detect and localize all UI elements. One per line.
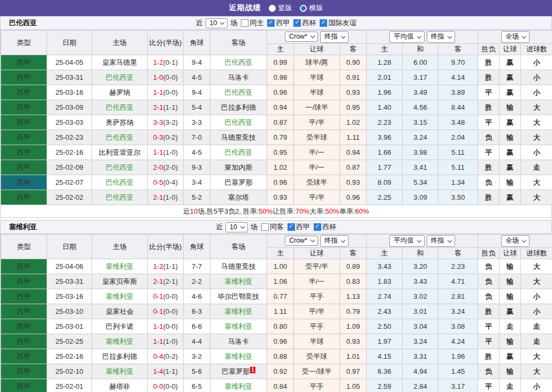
- sub-column-header: 胜负: [478, 248, 500, 259]
- team-link[interactable]: 巴伦西亚: [106, 73, 134, 81]
- match-row: 西甲25-02-25塞维利亚1-1(1-0)4-4马洛卡0.96半球0.931.…: [1, 334, 552, 349]
- team-link[interactable]: 马德里竞技: [221, 133, 256, 141]
- team-link[interactable]: 巴塞罗那: [222, 367, 249, 375]
- league-filter-checkbox[interactable]: 西甲: [288, 222, 310, 232]
- vertical-layout-label: 竖版: [278, 3, 292, 13]
- league-filter-checkbox[interactable]: 西杯: [293, 18, 316, 28]
- team-link[interactable]: 莱加内斯: [225, 163, 253, 171]
- avg-away: 2.04: [438, 130, 478, 145]
- team-link[interactable]: 巴列卡诺: [106, 322, 134, 330]
- avg-company-select[interactable]: 平均值: [389, 31, 425, 43]
- avg-home: 1.40: [367, 100, 403, 115]
- recent-count-select[interactable]: 10: [206, 18, 228, 28]
- horizontal-layout-radio[interactable]: 横版: [300, 3, 323, 13]
- team-link[interactable]: 皇家马德里: [102, 58, 137, 66]
- avg-home: 2.23: [367, 115, 403, 130]
- team-link[interactable]: 巴塞罗那: [225, 178, 253, 186]
- odds-handicap: 受半球: [294, 349, 340, 364]
- avg-home: 1.97: [367, 334, 403, 349]
- avg-stage-select[interactable]: 终指: [427, 31, 455, 43]
- team-link[interactable]: 巴伦西亚: [106, 163, 134, 171]
- fulltime-score: 1-1: [153, 322, 163, 330]
- team-link[interactable]: 毕尔巴鄂竞技: [218, 292, 260, 300]
- team-link[interactable]: 巴伦西亚: [225, 58, 253, 66]
- team-link[interactable]: 巴拉多利德: [221, 103, 256, 111]
- result-goals: 大: [521, 115, 552, 130]
- full-match-select[interactable]: 全场: [501, 31, 530, 43]
- corners-cell: 7-7: [184, 259, 210, 274]
- league-filter-checkbox[interactable]: 西杯: [314, 222, 336, 232]
- avg-home: 3.43: [367, 259, 403, 274]
- league-filter-checkbox[interactable]: 西甲: [267, 18, 290, 28]
- team-link[interactable]: 比利亚雷亚尔: [99, 148, 141, 156]
- avg-away: 3.48: [438, 115, 478, 130]
- halftime-score: (0-0): [163, 88, 178, 96]
- team-link[interactable]: 赫塔菲: [109, 382, 130, 390]
- match-row: 西甲25-04-06塞维利亚1-2(1-1)7-7马德里竞技1.00受平/半0.…: [1, 259, 552, 274]
- odds-company-select[interactable]: Crow*: [285, 32, 318, 42]
- team-link[interactable]: 马德里竞技: [221, 262, 256, 270]
- odds-home: 1.11: [267, 304, 294, 319]
- date-cell: 25-02-02: [47, 190, 92, 205]
- result-goals: 小: [521, 85, 552, 100]
- result-outcome: 胜: [478, 160, 500, 175]
- fullmatch-group-header: 全场: [478, 235, 552, 248]
- odds-handicap: 一/球半: [294, 100, 340, 115]
- team-link[interactable]: 塞维利亚: [225, 352, 253, 360]
- odds-stage-select[interactable]: 终指: [320, 31, 349, 43]
- halftime-score: (3-2): [163, 118, 178, 126]
- team-link[interactable]: 塞维利亚: [106, 337, 134, 345]
- chevron-down-icon: [240, 224, 245, 228]
- chevron-down-icon: [311, 34, 315, 38]
- odds-stage-select[interactable]: 终指: [320, 235, 349, 247]
- odds-handicap: 球半/两: [294, 55, 340, 70]
- team-link[interactable]: 巴伦西亚: [106, 133, 134, 141]
- team-link[interactable]: 巴伦西亚: [225, 88, 253, 96]
- team-link[interactable]: 马洛卡: [228, 73, 249, 81]
- result-goals: 大: [521, 259, 552, 274]
- team-link[interactable]: 塞维利亚: [225, 322, 253, 330]
- team-link[interactable]: 塞尔塔: [228, 193, 249, 201]
- vertical-layout-radio[interactable]: 竖版: [269, 3, 292, 13]
- date-cell: 25-04-06: [47, 259, 92, 274]
- avg-company-select[interactable]: 平均值: [389, 235, 425, 247]
- team-link[interactable]: 奥萨苏纳: [106, 118, 134, 126]
- avg-draw: 3.24: [403, 334, 438, 349]
- team-link[interactable]: 皇家贝蒂斯: [102, 277, 137, 285]
- team-link[interactable]: 塞维利亚: [225, 382, 253, 390]
- checkbox-checked-icon: [293, 19, 301, 27]
- avg-draw: 3.41: [403, 160, 438, 175]
- team-link[interactable]: 皇家社会: [106, 307, 134, 315]
- match-row: 西甲25-03-31皇家贝蒂斯2-1(2-1)2-2塞维利亚1.06半/一0.8…: [1, 274, 552, 289]
- league-filter-checkbox[interactable]: 国际友谊: [320, 18, 356, 28]
- result-goals: 走: [521, 334, 552, 349]
- team-link[interactable]: 巴伦西亚: [106, 193, 134, 201]
- chevron-down-icon: [417, 238, 421, 242]
- odds-company-select[interactable]: Crow*: [285, 236, 318, 246]
- team-link[interactable]: 马洛卡: [228, 337, 249, 345]
- sub-column-header: 让球: [294, 248, 340, 259]
- team-link[interactable]: 巴伦西亚: [225, 118, 253, 126]
- team-link[interactable]: 塞维利亚: [106, 292, 134, 300]
- avg-stage-select[interactable]: 终指: [427, 235, 455, 247]
- team-link[interactable]: 巴拉多利德: [102, 352, 137, 360]
- team-link[interactable]: 塞维利亚: [225, 307, 253, 315]
- odds-away: 1.05: [340, 379, 367, 392]
- recent-count-select[interactable]: 10: [225, 222, 248, 232]
- full-match-select[interactable]: 全场: [501, 235, 530, 247]
- checkbox-label: 西甲: [296, 222, 310, 232]
- same-venue-checkbox[interactable]: 同主: [241, 18, 263, 28]
- avg-draw: 3.17: [403, 70, 438, 85]
- team-link[interactable]: 塞维利亚: [106, 367, 134, 375]
- team-link[interactable]: 巴伦西亚: [106, 103, 134, 111]
- home-team-cell: 巴伦西亚: [92, 175, 148, 190]
- team-link[interactable]: 塞维利亚: [106, 262, 134, 270]
- same-venue-checkbox[interactable]: 同客: [261, 222, 284, 232]
- team-link[interactable]: 赫罗纳: [109, 88, 130, 96]
- avg-away: 5.11: [438, 145, 478, 160]
- team-link[interactable]: 巴伦西亚: [106, 178, 134, 186]
- team-link[interactable]: 巴伦西亚: [225, 148, 253, 156]
- team-link[interactable]: 塞维利亚: [225, 277, 253, 285]
- avg-group-header: 平均值终指: [367, 31, 478, 44]
- match-row: 西甲25-02-23巴伦西亚0-3(0-2)7-0马德里竞技0.79受半球1.1…: [1, 130, 552, 145]
